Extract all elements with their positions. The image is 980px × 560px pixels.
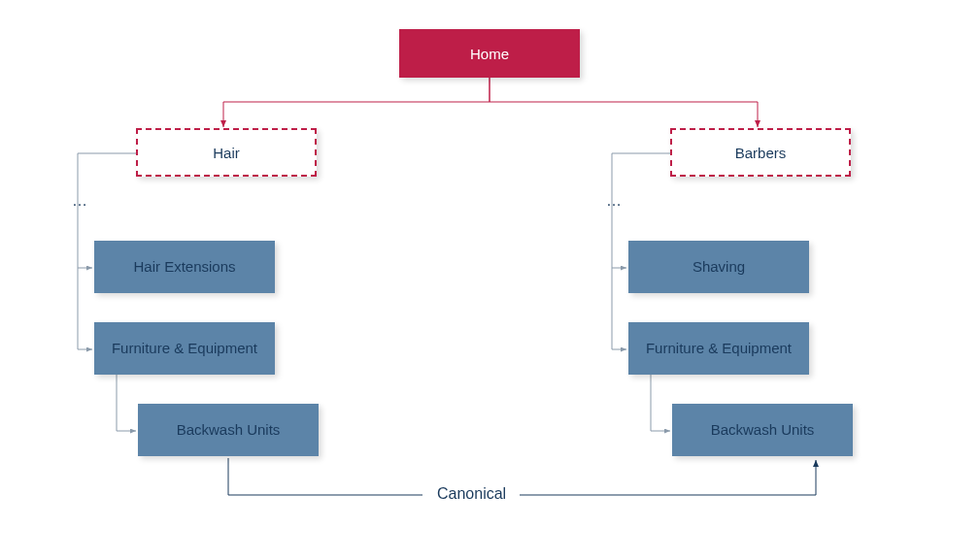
- node-hair-extensions: Hair Extensions: [94, 241, 275, 293]
- node-barbers-backwash-label: Backwash Units: [711, 420, 815, 440]
- ellipsis-left: …: [72, 192, 87, 210]
- node-hair: Hair: [136, 128, 317, 177]
- node-hair-label: Hair: [213, 145, 240, 161]
- node-barbers: Barbers: [670, 128, 851, 177]
- ellipsis-right: …: [606, 192, 622, 210]
- node-shaving-label: Shaving: [693, 257, 745, 277]
- node-hair-furniture-label: Furniture & Equipment: [112, 339, 257, 358]
- node-hair-extensions-label: Hair Extensions: [133, 257, 235, 277]
- node-shaving: Shaving: [628, 241, 809, 293]
- node-barbers-label: Barbers: [735, 145, 787, 161]
- node-home-label: Home: [470, 46, 509, 62]
- node-hair-furniture: Furniture & Equipment: [94, 322, 275, 375]
- node-home: Home: [399, 29, 580, 78]
- node-barbers-furniture: Furniture & Equipment: [628, 322, 809, 375]
- canonical-label: Canonical: [437, 485, 506, 503]
- node-barbers-backwash: Backwash Units: [672, 404, 853, 456]
- node-hair-backwash: Backwash Units: [138, 404, 319, 456]
- node-hair-backwash-label: Backwash Units: [177, 420, 281, 440]
- node-barbers-furniture-label: Furniture & Equipment: [646, 339, 792, 358]
